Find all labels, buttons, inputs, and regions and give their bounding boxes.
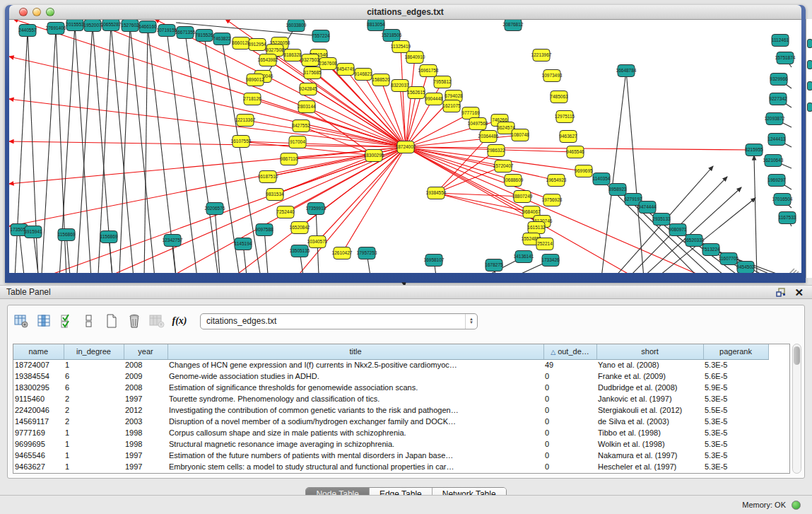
graph-node[interactable]: 12975115 — [555, 111, 575, 123]
graph-node[interactable]: 16187510 — [258, 171, 278, 183]
table-row[interactable]: 1872400712008Changes of HCN gene express… — [13, 359, 768, 370]
graph-node[interactable]: 17016504 — [772, 194, 793, 206]
graph-node[interactable]: 18300295 — [364, 150, 384, 162]
column-header[interactable]: title — [167, 344, 543, 359]
graph-node[interactable]: 2440557 — [18, 25, 37, 37]
graph-node[interactable]: 2367608 — [319, 58, 337, 70]
graph-node[interactable]: 14136141 — [514, 251, 534, 263]
graph-node[interactable]: 20876812 — [503, 20, 524, 31]
graph-node[interactable]: 17957253 — [357, 247, 377, 259]
graph-node[interactable]: 16210643 — [763, 155, 784, 167]
graph-node[interactable]: 10655287 — [101, 20, 122, 31]
network-window-titlebar[interactable]: citations_edges.txt — [9, 5, 801, 20]
graph-node[interactable]: 19654923 — [546, 175, 567, 187]
graph-node[interactable]: 9080971 — [669, 224, 687, 236]
graph-node[interactable]: 1621075 — [442, 100, 461, 112]
graph-node[interactable]: 1588520 — [372, 74, 390, 86]
graph-node[interactable]: 12342757 — [163, 235, 183, 247]
graph-node[interactable]: 7463822 — [213, 33, 231, 45]
graph-node[interactable]: 20364486 — [478, 131, 499, 143]
table-row[interactable]: 1938455462009Genome-wide association stu… — [13, 370, 768, 382]
memory-status-icon[interactable] — [792, 501, 801, 510]
table-row[interactable]: 946362711997Embryonic stem cells: a mode… — [13, 461, 768, 472]
table-row[interactable]: 977716911998Corpus callosum shape and si… — [13, 427, 768, 438]
graph-node[interactable]: 1156869 — [58, 229, 76, 241]
graph-node[interactable]: 1080748 — [511, 129, 529, 141]
graph-node[interactable]: 1145194 — [235, 238, 252, 250]
table-select-dropdown[interactable]: citations_edges.txt ▲▼ — [200, 313, 478, 329]
column-header[interactable]: in_degree — [64, 344, 124, 359]
graph-node[interactable]: 9474444 — [638, 201, 657, 214]
graph-node[interactable]: 8186328 — [283, 49, 302, 62]
graph-node[interactable]: 12093872 — [765, 113, 785, 125]
graph-node[interactable]: 2986322 — [487, 145, 505, 157]
graph-node[interactable]: 7955812 — [433, 76, 452, 88]
float-panel-icon[interactable] — [776, 288, 786, 297]
table-row[interactable]: 911546021997Tourette syndrome. Phenomeno… — [13, 393, 768, 404]
show-columns-icon[interactable] — [36, 313, 52, 329]
delete-table-icon[interactable] — [149, 313, 165, 329]
graph-node[interactable]: 1678275 — [485, 259, 503, 271]
graph-node[interactable]: 10719155 — [157, 25, 177, 37]
graph-node[interactable]: 9454502 — [736, 262, 755, 274]
network-graph-canvas[interactable]: 2440557276914062015553195200710655287152… — [9, 20, 801, 273]
graph-node[interactable]: 7513224 — [702, 244, 720, 256]
table-row[interactable]: 1456911722003Disruption of a novel membe… — [13, 416, 768, 427]
graph-node[interactable]: 16958107 — [424, 255, 445, 267]
graph-node[interactable]: 18807249 — [512, 191, 533, 203]
graph-node[interactable]: 1952007 — [83, 20, 102, 32]
graph-node[interactable]: 9777169 — [461, 107, 480, 119]
graph-node[interactable]: 18724007 — [396, 141, 416, 153]
graph-node[interactable]: 9831534 — [266, 189, 284, 201]
graph-node[interactable]: 7557224 — [312, 30, 330, 42]
graph-node[interactable]: 9146821 — [354, 69, 372, 81]
graph-node[interactable]: 8427552 — [292, 120, 310, 132]
graph-node[interactable]: 6466160 — [139, 21, 157, 33]
graph-node[interactable]: 1733426 — [541, 255, 560, 267]
graph-node[interactable]: 8958923 — [608, 184, 627, 196]
column-header[interactable]: △out_de… — [543, 344, 596, 359]
graph-node[interactable]: 252214 — [536, 238, 553, 250]
column-header[interactable]: name — [13, 344, 64, 359]
graph-node[interactable]: 13505135 — [290, 245, 310, 257]
graph-node[interactable]: 2015553 — [66, 20, 84, 31]
graph-node[interactable]: 8813054 — [367, 20, 385, 31]
graph-node[interactable]: 16033809 — [286, 20, 307, 32]
table-row[interactable]: 969969511998Structural magnetic resonanc… — [13, 438, 768, 450]
graph-node[interactable]: 1527602 — [121, 20, 139, 32]
graph-node[interactable]: 9896012 — [246, 74, 264, 86]
graph-node[interactable]: 8660128 — [232, 37, 250, 49]
graph-node[interactable]: 2935133 — [652, 214, 671, 226]
graph-node[interactable]: 9327503 — [301, 54, 319, 66]
graph-node[interactable]: 8215955 — [745, 144, 763, 156]
graph-node[interactable]: 16671355 — [175, 27, 196, 39]
graph-node[interactable]: 10973493 — [542, 70, 563, 82]
graph-node[interactable]: 27691406 — [46, 23, 66, 35]
graph-node[interactable]: 8912954 — [248, 39, 266, 51]
graph-node[interactable]: 1112461 — [772, 35, 789, 47]
graph-node[interactable]: 3175685 — [303, 67, 322, 79]
graph-node[interactable]: 19756928 — [542, 194, 563, 206]
graph-node[interactable]: 3915941 — [24, 226, 42, 238]
graph-node[interactable]: 18640910 — [405, 52, 425, 64]
graph-node[interactable]: 1615132 — [527, 222, 546, 234]
graph-node[interactable]: 9097588 — [255, 224, 273, 236]
graph-node[interactable]: 9904448 — [425, 93, 443, 105]
graph-node[interactable]: 16520842 — [290, 222, 310, 234]
function-builder-icon[interactable]: f(x) — [172, 313, 187, 329]
graph-node[interactable]: 16648784 — [616, 65, 637, 77]
table-scrollbar[interactable] — [792, 344, 801, 474]
graph-node[interactable]: 1244413 — [767, 134, 786, 146]
graph-node[interactable]: 11607705 — [719, 253, 739, 265]
graph-node[interactable]: 10497568 — [468, 118, 488, 130]
table-row[interactable]: 2242004622012Investigating the contribut… — [13, 404, 768, 416]
graph-node[interactable]: 10688609 — [503, 175, 524, 187]
table-row[interactable]: 1830029562008Estimation of significance … — [13, 382, 768, 393]
graph-node[interactable]: 917004 — [289, 136, 306, 148]
column-header[interactable]: year — [124, 344, 167, 359]
column-header[interactable]: short — [596, 344, 703, 359]
network-view[interactable]: 2440557276914062015553195200710655287152… — [9, 20, 801, 273]
graph-node[interactable]: 12213967 — [531, 49, 552, 62]
graph-node[interactable]: 1167533 — [779, 212, 796, 224]
graph-node[interactable]: 10340571 — [307, 236, 328, 248]
